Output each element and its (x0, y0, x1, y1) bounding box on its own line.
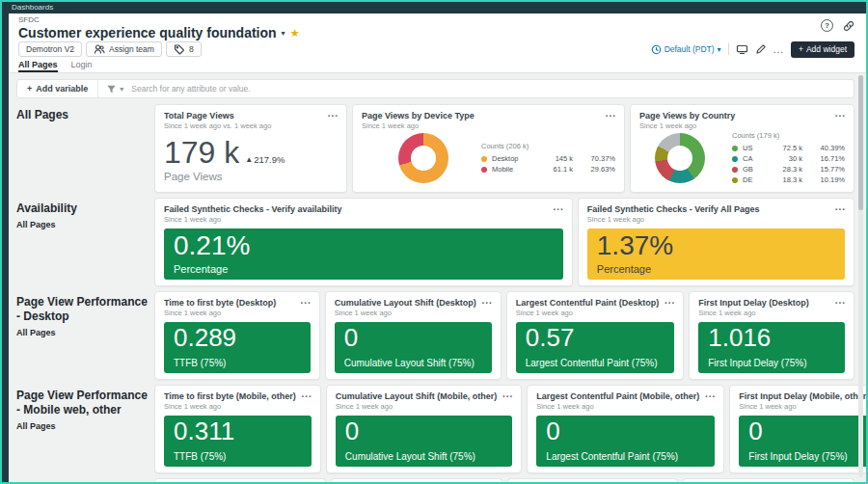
billboard-value: 0.289 (174, 325, 301, 351)
widget-menu-button[interactable]: ... (328, 108, 339, 119)
dashboard-toolbar: Demotron V2 Assign team 8 Default (PDT) … (9, 40, 866, 59)
legend-item-desktop[interactable]: Desktop 145 k 70.37% (481, 153, 615, 164)
collapsed-left-nav[interactable] (2, 2, 9, 482)
help-icon[interactable]: ? (821, 19, 833, 32)
search-input[interactable] (131, 80, 854, 97)
add-variable-button[interactable]: + Add variable (17, 80, 98, 97)
billboard-value: 0.57 (526, 325, 665, 351)
legend-color-dot (481, 167, 487, 173)
chart-legend: Counts (206 k) Desktop 145 k 70.37% Mobi… (481, 142, 615, 175)
widget-ttfb-desktop[interactable]: Time to first byte (Desktop) Since 1 wee… (154, 291, 320, 380)
status-billboard: 0.57 Largest Contentful Paint (75%) (516, 322, 675, 373)
scrollbar-thumb[interactable] (858, 75, 863, 210)
widget-subtitle: Since 1 week ago (639, 121, 845, 130)
legend-counts-label: Counts (206 k) (481, 142, 615, 150)
widget-ttfb-mobile[interactable]: Time to first byte (Mobile, other) Since… (154, 385, 321, 473)
billboard-value: 0 (345, 418, 503, 444)
toolbar-divider (728, 43, 729, 55)
legend-name: GB (743, 165, 768, 174)
time-picker-label: Default (PDT) (665, 44, 715, 54)
legend-percent: 40.39% (802, 144, 845, 152)
chevron-down-icon: ▾ (120, 85, 123, 94)
widget-page-views-by-device[interactable]: Page Views by Device Type Since 1 week a… (352, 104, 625, 193)
favorite-star-icon[interactable]: ★ (290, 27, 300, 40)
delta-value: 217.9% (254, 154, 285, 165)
row-label: Availability (16, 202, 149, 216)
widget-menu-button[interactable]: ... (835, 108, 846, 119)
legend-item-gb[interactable]: GB 28.3 k 15.77% (732, 164, 845, 175)
widget-page-views-by-country[interactable]: Page Views by Country Since 1 week ago .… (630, 104, 854, 193)
plus-icon: + (799, 44, 803, 54)
legend-item-mobile[interactable]: Mobile 61.1 k 29.63% (481, 164, 615, 175)
billboard-unit-label: Cumulative Layout Shift (75%) (344, 358, 482, 368)
widget-menu-button[interactable]: ... (665, 295, 675, 306)
widget-failed-checks-all-pages[interactable]: Failed Synthetic Checks - Verify All Pag… (578, 198, 854, 286)
account-picker-button[interactable]: Demotron V2 (18, 41, 82, 57)
widget-subtitle: Since 1 week ago (164, 215, 563, 224)
widget-menu-button[interactable]: ... (481, 295, 492, 306)
widget-menu-button[interactable]: ... (502, 389, 513, 399)
widget-failed-checks-availability[interactable]: Failed Synthetic Checks - Verify availab… (154, 198, 573, 286)
widget-menu-button[interactable]: ... (606, 108, 616, 119)
legend-item-ca[interactable]: CA 30 k 16.71% (732, 153, 845, 164)
legend-item-us[interactable]: US 72.5 k 40.39% (732, 143, 845, 153)
add-widget-label: Add widget (806, 44, 847, 54)
widget-menu-button[interactable]: ... (835, 295, 846, 306)
tab-login[interactable]: Login (71, 59, 93, 72)
chart-legend: Counts (179 k) US 72.5 k 40.39% CA 30 k (732, 131, 845, 185)
legend-percent: 29.63% (573, 165, 615, 174)
widget-title: First Input Delay (Mobile, other) (739, 391, 866, 401)
widget-subtitle: Since 1 week ago (698, 309, 845, 317)
billboard-value: 0 (748, 418, 866, 444)
widget-fid-mobile[interactable]: First Input Delay (Mobile, other) Since … (729, 385, 866, 473)
widget-cls-mobile[interactable]: Cumulative Layout Shift (Mobile, other) … (326, 385, 523, 473)
chevron-down-icon: ▾ (718, 45, 721, 54)
edit-pencil-icon[interactable] (755, 43, 767, 55)
widget-total-page-views[interactable]: Total Page Views Since 1 week ago vs. 1 … (154, 104, 347, 193)
assign-team-label: Assign team (109, 44, 154, 54)
widget-menu-button[interactable]: ... (302, 389, 312, 399)
legend-item-de[interactable]: DE 18.3 k 10.19% (732, 175, 845, 185)
billboard-value: 1.37% (597, 231, 835, 259)
breadcrumb[interactable]: Dashboards (12, 3, 53, 12)
dashboard-row-all-pages: All Pages Total Page Views Since 1 week … (16, 104, 854, 193)
more-options-button[interactable]: ... (773, 44, 784, 55)
donut-chart-country[interactable] (655, 133, 705, 183)
assign-team-button[interactable]: Assign team (86, 41, 162, 57)
widget-cls-desktop[interactable]: Cumulative Layout Shift (Desktop) Since … (325, 291, 502, 380)
widget-menu-button[interactable]: ... (835, 202, 846, 212)
partial-widget[interactable] (331, 478, 502, 482)
tags-button[interactable]: 8 (166, 41, 202, 57)
billboard-value: 0.21% (174, 231, 554, 259)
widget-menu-button[interactable]: ... (300, 295, 311, 306)
link-icon[interactable] (843, 20, 854, 32)
widget-title: Cumulative Layout Shift (Mobile, other) (336, 391, 513, 401)
widget-menu-button[interactable]: ... (553, 202, 563, 212)
partial-widget[interactable] (683, 478, 854, 482)
status-billboard: 0 Cumulative Layout Shift (75%) (335, 322, 492, 373)
add-widget-button[interactable]: + Add widget (791, 41, 854, 58)
dashboard-content: + Add variable ▾ All Pages Total Page Vi… (9, 73, 866, 482)
legend-name: CA (743, 154, 768, 163)
chevron-down-icon[interactable]: ▾ (282, 29, 285, 38)
widget-lcp-desktop[interactable]: Largest Contentful Paint (Desktop) Since… (506, 291, 685, 380)
widget-title: Largest Contentful Paint (Desktop) (516, 298, 675, 308)
widget-lcp-mobile[interactable]: Largest Contentful Paint (Mobile, other)… (527, 385, 724, 473)
widget-title: Total Page Views (164, 111, 338, 121)
widget-subtitle: Since 1 week ago (164, 309, 311, 317)
donut-chart-device-type[interactable] (398, 133, 448, 183)
filter-funnel-dropdown[interactable]: ▾ (98, 84, 131, 94)
partial-widget[interactable] (507, 478, 679, 482)
dashboard-header: SFDC Customer experience quality foundat… (9, 13, 866, 73)
widget-menu-button[interactable]: ... (705, 389, 716, 399)
vertical-scrollbar[interactable] (858, 75, 863, 477)
partial-widget[interactable] (154, 478, 326, 482)
time-picker[interactable]: Default (PDT) ▾ (651, 44, 721, 55)
widget-fid-desktop[interactable]: First Input Delay (Desktop) Since 1 week… (689, 291, 854, 380)
row-label: Page View Performance - Desktop (16, 295, 149, 324)
status-billboard: 1.016 First Input Delay (75%) (698, 322, 845, 373)
billboard-unit-label: Largest Contentful Paint (75%) (526, 358, 665, 368)
tv-mode-icon[interactable] (736, 43, 748, 55)
tab-all-pages[interactable]: All Pages (18, 59, 58, 72)
legend-name: DE (743, 175, 768, 184)
